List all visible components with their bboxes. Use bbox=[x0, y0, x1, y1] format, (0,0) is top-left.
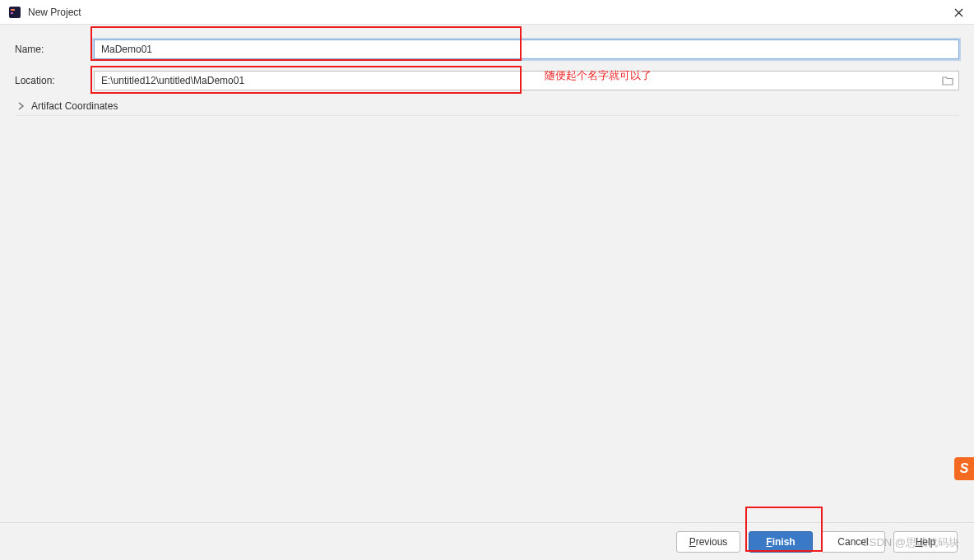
titlebar: New Project bbox=[0, 0, 974, 25]
help-button[interactable]: HelpHelp bbox=[893, 531, 958, 553]
folder-icon[interactable] bbox=[941, 75, 954, 86]
chevron-right-icon bbox=[18, 102, 26, 110]
name-label: Name: bbox=[15, 44, 94, 55]
name-input[interactable] bbox=[94, 39, 959, 59]
app-icon bbox=[8, 6, 21, 19]
window-title: New Project bbox=[28, 7, 81, 18]
previous-button[interactable]: PPreviousrevious bbox=[676, 531, 740, 553]
cancel-button[interactable]: Cancel bbox=[821, 531, 885, 553]
finish-button[interactable]: FinishFinish bbox=[749, 531, 813, 553]
location-row: Location: 随便起个名字就可以了 bbox=[15, 71, 959, 90]
close-icon[interactable] bbox=[951, 5, 966, 20]
artifact-coordinates-label: Artifact Coordinates bbox=[31, 100, 118, 112]
ime-badge[interactable]: S bbox=[954, 457, 974, 480]
location-label: Location: bbox=[15, 75, 94, 86]
button-bar: PPreviousrevious FinishFinish Cancel Hel… bbox=[0, 522, 974, 560]
svg-rect-2 bbox=[11, 12, 13, 14]
name-row: Name: bbox=[15, 39, 959, 59]
artifact-coordinates-toggle[interactable]: Artifact Coordinates bbox=[15, 97, 959, 116]
location-input[interactable] bbox=[94, 71, 959, 90]
annotation-text: 随便起个名字就可以了 bbox=[545, 68, 652, 83]
svg-rect-1 bbox=[11, 9, 15, 11]
form-area: Name: Location: 随便起个名字就可以了 bbox=[0, 25, 974, 90]
